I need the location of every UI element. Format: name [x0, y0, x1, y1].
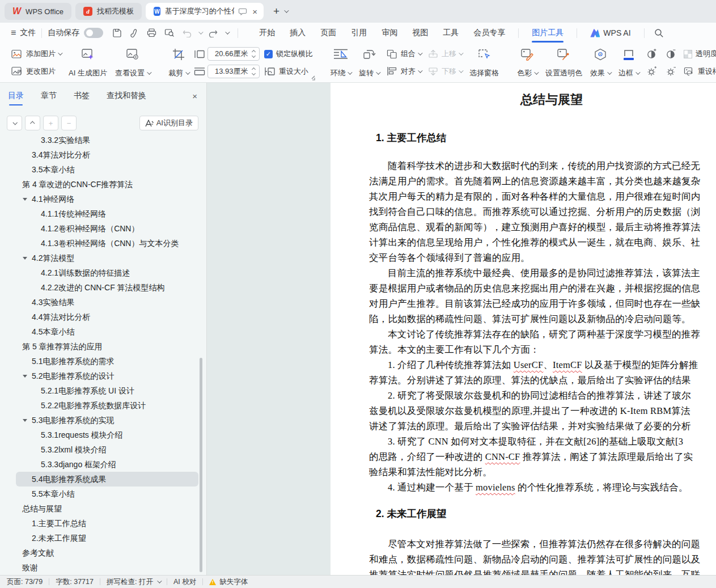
- doc-text-line[interactable]: 要是根据用户或者物品的历史信息来挖掘出用户的潜在兴趣，并根据挖掘的信息: [369, 281, 716, 296]
- crop-button[interactable]: 裁剪: [164, 43, 193, 82]
- close-tab-icon[interactable]: ×: [251, 7, 259, 16]
- align-button[interactable]: 对齐: [384, 64, 423, 79]
- ai-recognize-toc-button[interactable]: AI识别目录: [139, 116, 198, 130]
- doc-text-line[interactable]: 法满足用户的需求。首先随着网上的信息资源越来越丰富，其分类也越来越复杂: [369, 174, 716, 189]
- tab-toc[interactable]: 目录: [8, 83, 24, 109]
- toc-item[interactable]: 4.5本章小结: [16, 324, 198, 339]
- close-sidebar-icon[interactable]: ×: [192, 91, 197, 101]
- new-tab-icon[interactable]: +: [273, 5, 279, 18]
- toc-item[interactable]: 总结与展望: [16, 501, 198, 516]
- toc-item[interactable]: 4.2算法模型: [16, 251, 198, 265]
- toc-item[interactable]: 4.1神经网络: [16, 192, 198, 206]
- redo-chevron-icon[interactable]: [226, 29, 230, 34]
- collapse-triangle-icon[interactable]: [23, 257, 27, 262]
- toc-item[interactable]: 5.3.1requests 模块介绍: [16, 428, 198, 442]
- view-settings-button[interactable]: 查看设置: [111, 43, 154, 82]
- doc-text-line[interactable]: 兹曼机以及受限玻尔兹曼机模型的原理,并提出了一种改进的 K-Item RBM算法: [369, 403, 716, 418]
- toc-item[interactable]: 5.3.3django 框架介绍: [16, 457, 198, 472]
- doc-text-line[interactable]: 1. 介绍了几种传统推荐算法如 UserCF、ItemCF 以及基于模型的矩阵分…: [369, 357, 716, 373]
- wrap-button[interactable]: 环绕: [327, 43, 355, 82]
- doc-text-line[interactable]: 陷，比如数据的稀疏性问题、算法可扩展性问题以及新物品的冷启动问题等。: [369, 311, 716, 327]
- doc-text-line[interactable]: 3. 研究了 CNN 如何对文本提取特征，并在文献[26]的基础上吸取文献[3: [369, 434, 716, 449]
- doc-text-line[interactable]: 讲述了算法的原理。最后给出了实验评估结果，并对实验结果做了必要的分析: [369, 418, 716, 434]
- print-icon[interactable]: [147, 28, 156, 37]
- doc-text-line[interactable]: 验结果和算法性能对比分析。: [369, 464, 716, 480]
- print-preview-icon[interactable]: [164, 28, 175, 37]
- collapse-triangle-icon[interactable]: [23, 419, 27, 424]
- toc-item[interactable]: 第 4 章改进的CNN-CF推荐算法: [16, 177, 198, 192]
- toc-item[interactable]: 2.未来工作展望: [16, 531, 198, 545]
- stepper-arrows[interactable]: [252, 68, 255, 75]
- doc-text-line[interactable]: 计算出来的信息呈现给用户，个性化推荐的模式从一诞生，就在电商、娱乐、社: [369, 235, 716, 250]
- menu-wps-ai[interactable]: WPS AI: [583, 23, 638, 43]
- toc-prev-button[interactable]: [25, 116, 40, 130]
- ai-generate-picture-button[interactable]: AI 生成图片: [65, 43, 111, 82]
- brightness-increase-icon[interactable]: [646, 66, 658, 77]
- stepper-arrows[interactable]: [252, 50, 255, 57]
- doc-text-line[interactable]: 算法。本文的主要工作有以下几个方面：: [369, 342, 716, 357]
- autosave-toggle[interactable]: [84, 28, 103, 38]
- group-button[interactable]: 组合: [384, 46, 423, 61]
- menu-member[interactable]: 会员专享: [466, 23, 512, 43]
- doc-text-line[interactable]: 推荐算法实时性问题仍然是推荐领域最棘手的问题，随着人工智能的到来，互联: [369, 567, 716, 575]
- toc-item[interactable]: 4.3实验结果: [16, 295, 198, 310]
- undo-chevron-icon[interactable]: [199, 29, 204, 34]
- missing-font-warning[interactable]: 缺失字体: [219, 577, 248, 587]
- effects-button[interactable]: 效果: [586, 43, 615, 82]
- color-button[interactable]: 色彩: [513, 43, 541, 82]
- menu-reference[interactable]: 引用: [344, 23, 374, 43]
- doc-text-line[interactable]: 尽管本文对推荐算法做了一些探索，但推荐算法仍然存在很多待解决的问题: [369, 536, 716, 552]
- border-button[interactable]: 边框: [615, 43, 643, 82]
- hamburger-icon[interactable]: ≡: [11, 28, 16, 38]
- lock-aspect-ratio-checkbox[interactable]: ✓ 锁定纵横比: [262, 46, 315, 61]
- save-icon[interactable]: [112, 28, 122, 38]
- doc-text-line[interactable]: 其次用户每天的精力是有限的，面对各种各样的大量信息，用户很难在短时间内: [369, 189, 716, 204]
- toc-item[interactable]: 4.2.1训练数据的特征描述: [16, 265, 198, 280]
- toc-item[interactable]: 5.2电影推荐系统的设计: [16, 369, 198, 383]
- height-value[interactable]: 13.93厘米: [215, 66, 248, 77]
- doc-text-line[interactable]: 和难点，数据稀疏性问题、新物品冷启动的问题、推荐算法可扩展性的问题以及: [369, 552, 716, 567]
- export-pdf-icon[interactable]: [130, 28, 139, 38]
- toc-item[interactable]: 致谢: [16, 560, 198, 575]
- doc-text-line[interactable]: 的思路，介绍了一种改进的 CNN-CF 推荐算法，阐述了算法原理最后给出了实: [369, 449, 716, 464]
- brightness-decrease-icon[interactable]: [666, 66, 677, 77]
- transparency-button[interactable]: 透明度: [681, 46, 716, 61]
- doc-text-line[interactable]: 目前主流的推荐系统中最经典、使用最多的是协同过滤推荐算法，该算法主: [369, 265, 716, 281]
- doc-text-line[interactable]: 交平台等各个领域得到了普遍的应用。: [369, 250, 716, 265]
- toc-item[interactable]: 1.主要工作总结: [16, 516, 198, 531]
- tab-document-active[interactable]: W 基于深度学习的个性化推荐算 ×: [146, 3, 264, 20]
- toc-collapse-button[interactable]: −: [61, 116, 77, 130]
- toc-item[interactable]: 5.3.2lxml 模块介绍: [16, 442, 198, 457]
- file-menu[interactable]: 文件: [20, 28, 36, 38]
- menu-tools[interactable]: 工具: [435, 23, 466, 43]
- redo-icon[interactable]: [208, 29, 218, 37]
- document-page[interactable]: 总结与展望 1. 主要工作总结 随着科学技术的进步和大数据时代的到来，传统的用户…: [331, 83, 716, 575]
- doc-text-line[interactable]: 览商品信息、观看的新闻等），建立预测用户喜好的模型，最后主动将推荐算法: [369, 219, 716, 235]
- contrast-increase-icon[interactable]: [646, 49, 658, 59]
- toc-next-button[interactable]: [7, 116, 22, 130]
- tab-chapters[interactable]: 章节: [41, 83, 57, 109]
- add-picture-button[interactable]: 添加图片: [9, 46, 63, 61]
- doc-text-line[interactable]: 2. 研究了将受限玻尔兹曼机和的协同过滤相结合的推荐算法，讲述了玻尔: [369, 388, 716, 403]
- toc-item[interactable]: 5.2.1电影推荐系统 UI 设计: [16, 383, 198, 398]
- toc-item[interactable]: 5.4电影推荐系统成果: [16, 472, 198, 487]
- width-value[interactable]: 20.66厘米: [215, 49, 248, 59]
- tab-template-store[interactable]: d 找稻壳模板: [75, 3, 142, 20]
- width-stepper[interactable]: 20.66厘米: [207, 47, 260, 61]
- word-count[interactable]: 字数: 37717: [56, 577, 94, 587]
- toc-item[interactable]: 5.2.2电影推荐系统数据库设计: [16, 398, 198, 413]
- toc-item[interactable]: 4.1.1传统神经网络: [16, 206, 198, 221]
- tab-list-chevron-icon[interactable]: [284, 8, 289, 12]
- search-icon[interactable]: [654, 28, 664, 38]
- bring-forward-button[interactable]: 上移: [426, 46, 464, 61]
- doc-text-line[interactable]: 4. 通过构建一个基于 movielens 的个性化推荐系统，将理论与实践结合。: [369, 480, 716, 495]
- toc-item[interactable]: 4.4算法对比分析: [16, 310, 198, 324]
- comment-icon[interactable]: [239, 8, 247, 15]
- document-canvas[interactable]: 总结与展望 1. 主要工作总结 随着科学技术的进步和大数据时代的到来，传统的用户…: [207, 83, 716, 575]
- toc-item[interactable]: 5.3电影推荐系统的实现: [16, 413, 198, 428]
- spell-check-status[interactable]: 拼写检查: 打开: [107, 577, 153, 587]
- menu-review[interactable]: 审阅: [374, 23, 405, 43]
- tab-bookmarks[interactable]: 书签: [74, 83, 90, 109]
- contrast-decrease-icon[interactable]: [666, 49, 677, 59]
- spell-check-chevron-icon[interactable]: [157, 578, 162, 583]
